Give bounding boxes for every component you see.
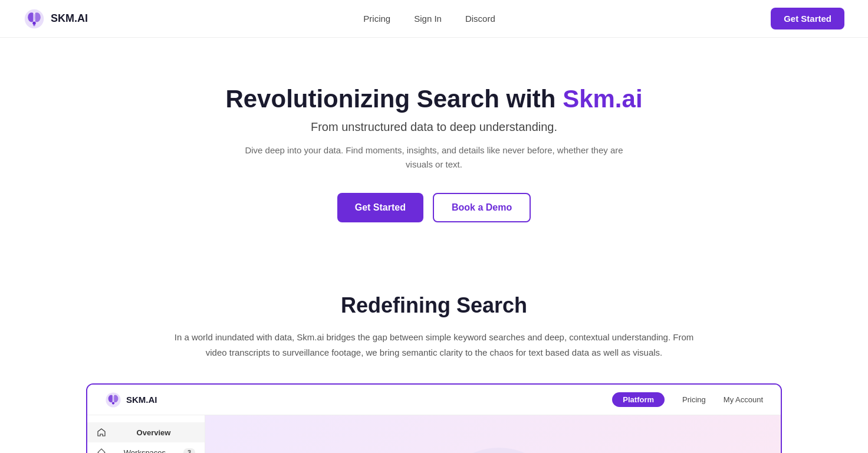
app-nav-account[interactable]: My Account [724, 395, 763, 404]
nav-signin[interactable]: Sign In [414, 14, 442, 24]
app-navbar: SKM.AI Platform Pricing My Account [87, 385, 781, 415]
svg-point-10 [112, 402, 114, 404]
nav-links: Pricing Sign In Discord [363, 14, 495, 24]
hero-book-demo-button[interactable]: Book a Demo [433, 193, 531, 222]
redefine-description: In a world inundated with data, Skm.ai b… [169, 330, 699, 360]
main-navbar: SKM.AI Pricing Sign In Discord Get Start… [0, 0, 868, 38]
app-sidebar: Overview Workspaces 3 → saas → workspace [87, 415, 205, 453]
nav-discord[interactable]: Discord [465, 14, 495, 24]
logo-text: SKM.AI [51, 12, 88, 25]
hero-section: Revolutionizing Search with Skm.ai From … [0, 38, 868, 258]
hero-get-started-button[interactable]: Get Started [337, 193, 423, 222]
logo-icon [24, 8, 45, 29]
app-logo-icon [105, 392, 121, 408]
svg-rect-9 [113, 395, 114, 402]
sidebar-item-workspaces[interactable]: Workspaces 3 [87, 442, 205, 453]
app-logo-text: SKM.AI [126, 395, 157, 405]
sidebar-item-overview[interactable]: Overview [87, 422, 205, 442]
app-nav-platform[interactable]: Platform [612, 392, 665, 407]
nav-pricing[interactable]: Pricing [363, 14, 390, 24]
app-screenshot: SKM.AI Platform Pricing My Account Overv… [86, 383, 782, 453]
app-nav-links: Platform Pricing My Account [612, 392, 763, 407]
sidebar-overview-label: Overview [112, 428, 195, 437]
navbar-get-started-button[interactable]: Get Started [771, 8, 844, 29]
sidebar-workspaces-label: Workspaces [112, 448, 177, 454]
svg-point-11 [434, 448, 564, 453]
hero-title-part1: Revolutionizing Search with [225, 85, 563, 113]
hero-title: Revolutionizing Search with Skm.ai [12, 85, 856, 113]
hero-title-accent: Skm.ai [563, 85, 642, 113]
app-main-content [205, 415, 781, 453]
home-icon [97, 428, 106, 437]
app-logo: SKM.AI [105, 392, 157, 408]
hero-subtitle: From unstructured data to deep understan… [12, 120, 856, 134]
diamond-icon [97, 448, 106, 453]
logo[interactable]: SKM.AI [24, 8, 88, 29]
workspaces-badge: 3 [183, 448, 195, 453]
redefine-section: Redefining Search In a world inundated w… [0, 258, 868, 453]
svg-point-5 [33, 24, 35, 27]
hero-buttons: Get Started Book a Demo [12, 193, 856, 222]
svg-rect-3 [33, 12, 35, 22]
app-illustration [316, 427, 670, 453]
hero-description: Dive deep into your data. Find moments, … [234, 143, 634, 172]
redefine-title: Redefining Search [12, 293, 856, 318]
app-body: Overview Workspaces 3 → saas → workspace [87, 415, 781, 453]
app-nav-pricing[interactable]: Pricing [682, 395, 706, 404]
